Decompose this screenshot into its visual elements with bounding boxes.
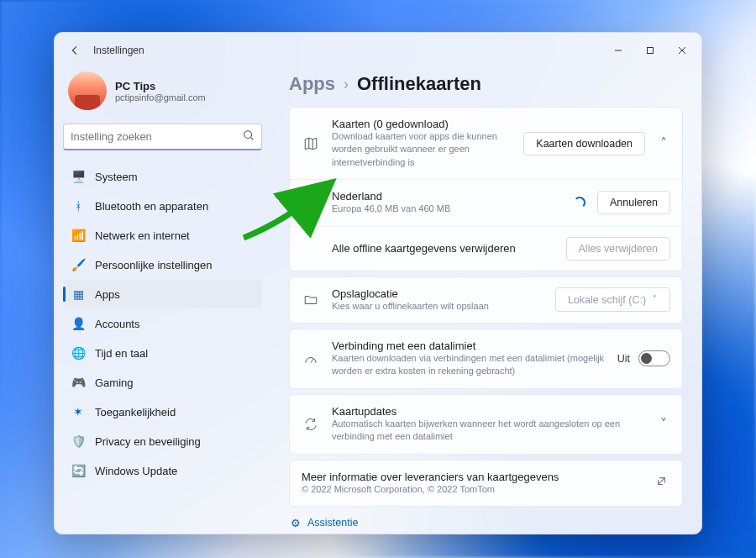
maps-title: Kaarten (0 gedownload): [332, 118, 512, 130]
sidebar-item-system[interactable]: 🖥️Systeem: [63, 162, 262, 191]
breadcrumb: Apps › Offlinekaarten: [289, 73, 683, 95]
info-title: Meer informatie over leveranciers van ka…: [302, 471, 640, 483]
loading-spinner-icon: [574, 197, 585, 208]
delete-all-button[interactable]: Alles verwijderen: [566, 237, 670, 261]
sidebar-item-label: Privacy en beveiliging: [95, 435, 201, 448]
update-icon: 🔄: [71, 464, 85, 477]
download-item-progress: Europa 46,0 MB van 460 MB: [332, 203, 562, 215]
cancel-download-button[interactable]: Annuleren: [597, 191, 670, 214]
gamepad-icon: 🎮: [71, 376, 85, 389]
info-copyright: © 2022 Microsoft Corporation, © 2022 Tom…: [302, 483, 640, 496]
gauge-icon: [302, 351, 320, 366]
sidebar-item-update[interactable]: 🔄Windows Update: [63, 456, 262, 485]
sidebar-item-label: Gaming: [95, 376, 134, 389]
toggle-state-label: Uit: [617, 353, 630, 365]
updates-subtitle: Automatisch kaarten bijwerken wanneer he…: [332, 418, 645, 444]
assistance-label: Assistentie: [307, 517, 358, 529]
avatar: [68, 71, 107, 110]
refresh-icon: [302, 417, 320, 432]
maps-subtitle: Download kaarten voor apps die kunnen wo…: [332, 130, 512, 169]
download-item-title: Nederland: [332, 190, 562, 203]
breadcrumb-root[interactable]: Apps: [289, 73, 335, 95]
nav: 🖥️Systeem ᚼBluetooth en apparaten 📶Netwe…: [63, 162, 262, 485]
chevron-up-icon[interactable]: ˄: [657, 135, 670, 151]
bluetooth-icon: ᚼ: [71, 199, 85, 213]
profile-name: PC Tips: [115, 80, 206, 92]
download-item-row: Nederland Europa 46,0 MB van 460 MB Annu…: [290, 180, 682, 226]
map-icon: [302, 136, 320, 151]
brush-icon: 🖌️: [71, 258, 85, 271]
metered-toggle[interactable]: [638, 350, 670, 366]
storage-drive-dropdown[interactable]: Lokale schijf (C:) ˅: [555, 287, 670, 312]
globe-icon: 🌐: [71, 346, 85, 360]
sidebar-item-gaming[interactable]: 🎮Gaming: [63, 368, 262, 397]
svg-point-1: [244, 130, 252, 138]
accessibility-icon: ✶: [71, 405, 85, 418]
sidebar-item-accessibility[interactable]: ✶Toegankelijkheid: [63, 397, 262, 426]
external-link-icon: [652, 476, 670, 491]
person-icon: 👤: [71, 317, 85, 330]
metered-card: Verbinding met een datalimiet Kaarten do…: [289, 329, 683, 389]
main-content: Apps › Offlinekaarten Kaarten (0 gedownl…: [270, 68, 701, 534]
profile-email: pctipsinfo@gmail.com: [115, 92, 206, 103]
folder-icon: [302, 292, 320, 308]
sidebar-item-label: Tijd en taal: [95, 347, 148, 360]
sidebar-item-time[interactable]: 🌐Tijd en taal: [63, 339, 262, 367]
close-button[interactable]: [666, 38, 698, 63]
page-title: Offlinekaarten: [357, 73, 481, 95]
sidebar-item-label: Persoonlijke instellingen: [95, 259, 212, 271]
titlebar: Instellingen: [55, 33, 701, 68]
storage-card[interactable]: Opslaglocatie Kies waar u offlinekaarten…: [289, 276, 683, 324]
profile[interactable]: PC Tips pctipsinfo@gmail.com: [63, 68, 262, 124]
sidebar-item-label: Netwerk en internet: [95, 229, 190, 242]
apps-icon: ▦: [71, 287, 85, 301]
sidebar: PC Tips pctipsinfo@gmail.com 🖥️Systeem ᚼ…: [55, 68, 270, 534]
updates-title: Kaartupdates: [332, 405, 645, 418]
search-icon: [243, 129, 255, 145]
back-button[interactable]: [63, 39, 87, 62]
svg-rect-0: [648, 48, 654, 54]
storage-subtitle: Kies waar u offlinekaarten wilt opslaan: [332, 300, 543, 313]
maximize-button[interactable]: [634, 38, 666, 63]
chevron-right-icon: ›: [344, 76, 349, 93]
maps-card: Kaarten (0 gedownload) Download kaarten …: [289, 107, 683, 271]
metered-title: Verbinding met een datalimiet: [332, 340, 606, 352]
sidebar-item-accounts[interactable]: 👤Accounts: [63, 309, 262, 338]
sidebar-item-privacy[interactable]: 🛡️Privacy en beveiliging: [63, 427, 262, 455]
sidebar-item-bluetooth[interactable]: ᚼBluetooth en apparaten: [63, 192, 262, 220]
updates-card[interactable]: Kaartupdates Automatisch kaarten bijwerk…: [289, 394, 683, 455]
shield-icon: 🛡️: [71, 434, 85, 448]
search-box[interactable]: [63, 124, 262, 150]
wifi-icon: 📶: [71, 229, 85, 242]
sidebar-item-personalization[interactable]: 🖌️Persoonlijke instellingen: [63, 250, 262, 279]
search-input[interactable]: [71, 130, 243, 143]
info-card[interactable]: Meer informatie over leveranciers van ka…: [289, 460, 683, 507]
sidebar-item-label: Accounts: [95, 318, 139, 330]
sidebar-item-label: Windows Update: [95, 465, 177, 477]
download-maps-button[interactable]: Kaarten downloaden: [523, 132, 645, 155]
window-title: Instellingen: [93, 45, 144, 56]
sidebar-item-network[interactable]: 📶Netwerk en internet: [63, 221, 262, 250]
sidebar-item-label: Apps: [95, 288, 120, 301]
chevron-down-icon: ˅: [657, 416, 670, 432]
sidebar-item-label: Systeem: [95, 171, 138, 183]
sidebar-item-label: Bluetooth en apparaten: [95, 200, 208, 213]
sidebar-item-apps[interactable]: ▦Apps: [63, 280, 262, 308]
assistance-link[interactable]: ⚙ Assistentie: [289, 512, 683, 534]
sidebar-item-label: Toegankelijkheid: [95, 406, 176, 418]
delete-all-label: Alle offline kaartgegevens verwijderen: [332, 242, 554, 255]
system-icon: 🖥️: [71, 170, 85, 183]
metered-subtitle: Kaarten downloaden via verbindingen met …: [332, 352, 606, 378]
help-icon: ⚙: [291, 517, 301, 529]
settings-window: Instellingen PC Tips pctipsinfo@gmail.co…: [54, 32, 702, 534]
maps-header-row: Kaarten (0 gedownload) Download kaarten …: [290, 108, 682, 180]
delete-all-row: Alle offline kaartgegevens verwijderen A…: [290, 227, 682, 271]
minimize-button[interactable]: [602, 38, 634, 63]
storage-title: Opslaglocatie: [332, 287, 543, 300]
